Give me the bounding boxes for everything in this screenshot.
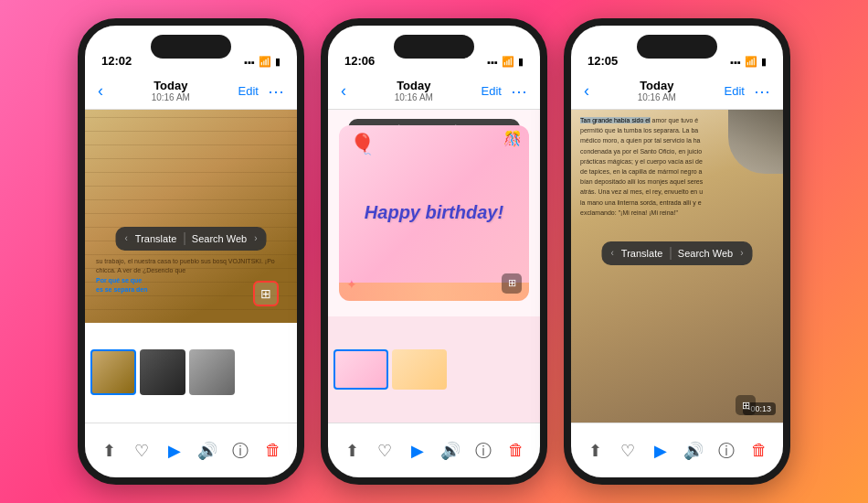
phone1-book-image: su trabajo, el nuestra casa to pueblo su… (85, 110, 297, 323)
thumb-2[interactable] (140, 349, 185, 395)
more-button-2[interactable]: ⋯ (511, 81, 527, 102)
signal-icon: ▪▪▪ (244, 57, 255, 68)
dynamic-island-3 (637, 35, 717, 59)
back-button-1[interactable]: ‹ (98, 81, 103, 101)
battery-icon: ▮ (275, 56, 281, 68)
thumb-3[interactable] (189, 349, 235, 395)
battery-icon-3: ▮ (761, 56, 767, 68)
confetti-emoji: 🎊 (503, 130, 522, 147)
mute-icon-3[interactable]: 🔊 (681, 438, 706, 464)
trash-icon-3[interactable]: 🗑 (746, 438, 772, 464)
context-left-chevron-3[interactable]: ‹ (611, 248, 614, 258)
status-time-1: 12:02 (101, 54, 132, 68)
phone2-card-area: ‹ Copy Select All Look Up › 🎈 🎊 Happy bi… (328, 110, 540, 316)
thumb-bday-selected[interactable] (333, 349, 388, 390)
birthday-card: 🎈 🎊 Happy birthday! ✦ ⊞ (339, 125, 530, 301)
status-icons-1: ▪▪▪ 📶 ▮ (244, 56, 281, 68)
wifi-icon-3: 📶 (745, 56, 757, 68)
edit-button-2[interactable]: Edit (482, 84, 502, 98)
context-translate-3[interactable]: Translate (621, 248, 662, 259)
wifi-icon: 📶 (259, 56, 271, 68)
context-left-chevron-1[interactable]: ‹ (125, 233, 128, 243)
phone3-context-menu: ‹ Translate Search Web › (602, 241, 753, 265)
nav-bar-1: ‹ Today 10:16 AM Edit ⋯ (85, 73, 297, 110)
more-button-3[interactable]: ⋯ (754, 81, 770, 102)
thumbnail-strip-1 (85, 323, 297, 423)
status-time-3: 12:05 (587, 54, 618, 68)
mute-icon-1[interactable]: 🔊 (195, 438, 220, 464)
heart-icon-2[interactable]: ♡ (372, 438, 397, 464)
thumb-1-selected[interactable] (90, 349, 136, 395)
bottom-toolbar-1: ⬆ ♡ ▶ 🔊 ⓘ 🗑 (85, 423, 297, 477)
info-icon-1[interactable]: ⓘ (228, 438, 253, 464)
context-divider-3 (670, 247, 671, 260)
scan-icon-1: ⊞ (260, 286, 271, 301)
edit-button-3[interactable]: Edit (725, 84, 745, 98)
signal-icon-3: ▪▪▪ (730, 57, 741, 68)
status-icons-2: ▪▪▪ 📶 ▮ (487, 56, 524, 68)
play-icon-3[interactable]: ▶ (648, 438, 673, 464)
nav-bar-3: ‹ Today 10:16 AM Edit ⋯ (571, 73, 783, 110)
nav-title-1: Today (153, 79, 187, 93)
dynamic-island-1 (151, 35, 231, 59)
signal-icon-2: ▪▪▪ (487, 57, 498, 68)
share-icon-1[interactable]: ⬆ (96, 438, 122, 464)
status-time-2: 12:06 (344, 54, 375, 68)
nav-title-3: Today (640, 79, 673, 93)
birthday-card-text: Happy birthday! (365, 202, 503, 223)
phone-1: 12:02 ▪▪▪ 📶 ▮ ‹ Today 10:16 AM Edit ⋯ su… (78, 18, 304, 485)
wavy-decoration (339, 283, 530, 301)
phone3-content: Tan grande había sido el amor que tuvo é… (571, 110, 783, 423)
context-translate-1[interactable]: Translate (135, 233, 176, 244)
trash-icon-2[interactable]: 🗑 (503, 438, 529, 464)
dynamic-island-2 (394, 35, 474, 59)
context-right-chevron-1[interactable]: › (254, 233, 257, 243)
mute-icon-2[interactable]: 🔊 (438, 438, 463, 464)
scan-icon-box-1[interactable]: ⊞ (253, 281, 279, 306)
nav-subtitle-1: 10:16 AM (152, 92, 190, 103)
phone-3: 12:05 ▪▪▪ 📶 ▮ ‹ Today 10:16 AM Edit ⋯ Ta… (564, 18, 790, 485)
wifi-icon-2: 📶 (502, 56, 514, 68)
nav-actions-3: Edit ⋯ (725, 81, 770, 102)
thumb-bday-2[interactable] (392, 349, 447, 390)
status-icons-3: ▪▪▪ 📶 ▮ (730, 56, 767, 68)
nav-subtitle-3: 10:16 AM (638, 92, 676, 103)
scan-icon-3[interactable]: ⊞ (736, 395, 756, 415)
phone3-book-image: Tan grande había sido el amor que tuvo é… (571, 110, 783, 423)
info-icon-2[interactable]: ⓘ (471, 438, 496, 464)
phone1-context-menu: ‹ Translate Search Web › (116, 227, 267, 251)
heart-icon-3[interactable]: ♡ (615, 438, 640, 464)
heart-icon-1[interactable]: ♡ (129, 438, 154, 464)
more-button-1[interactable]: ⋯ (268, 81, 284, 102)
play-icon-2[interactable]: ▶ (405, 438, 430, 464)
blue-highlight-text: Por qué se quees se separa den (96, 277, 147, 294)
share-icon-2[interactable]: ⬆ (339, 438, 365, 464)
edit-button-1[interactable]: Edit (238, 84, 259, 98)
share-icon-3[interactable]: ⬆ (582, 438, 608, 464)
play-icon-1[interactable]: ▶ (162, 438, 187, 464)
trash-icon-1[interactable]: 🗑 (260, 438, 286, 464)
info-icon-3[interactable]: ⓘ (714, 438, 739, 464)
book-text-p3: Tan grande había sido el amor que tuvo é… (580, 110, 774, 218)
context-searchweb-3[interactable]: Search Web (678, 248, 733, 259)
battery-icon-2: ▮ (518, 56, 524, 68)
phone2-content: ‹ Copy Select All Look Up › 🎈 🎊 Happy bi… (328, 110, 540, 423)
back-button-3[interactable]: ‹ (584, 81, 589, 101)
phone-2: 12:06 ▪▪▪ 📶 ▮ ‹ Today 10:16 AM Edit ⋯ ‹ … (321, 18, 547, 485)
nav-center-2: Today 10:16 AM (395, 79, 433, 104)
scan-icon-2[interactable]: ⊞ (502, 273, 522, 294)
highlighted-span: Tan grande había sido el (580, 117, 651, 123)
phone1-content: su trabajo, el nuestra casa to pueblo su… (85, 110, 297, 423)
context-right-chevron-3[interactable]: › (740, 248, 743, 258)
nav-bar-2: ‹ Today 10:16 AM Edit ⋯ (328, 73, 540, 110)
context-divider-1 (184, 232, 185, 245)
bottom-toolbar-3: ⬆ ♡ ▶ 🔊 ⓘ 🗑 (571, 423, 783, 477)
nav-subtitle-2: 10:16 AM (395, 92, 433, 103)
nav-actions-2: Edit ⋯ (482, 81, 527, 102)
bottom-toolbar-2: ⬆ ♡ ▶ 🔊 ⓘ 🗑 (328, 423, 540, 477)
nav-center-3: Today 10:16 AM (638, 79, 676, 104)
balloon-emoji: 🎈 (350, 133, 375, 156)
context-searchweb-1[interactable]: Search Web (192, 233, 247, 244)
back-button-2[interactable]: ‹ (341, 81, 346, 101)
nav-actions-1: Edit ⋯ (238, 81, 284, 102)
